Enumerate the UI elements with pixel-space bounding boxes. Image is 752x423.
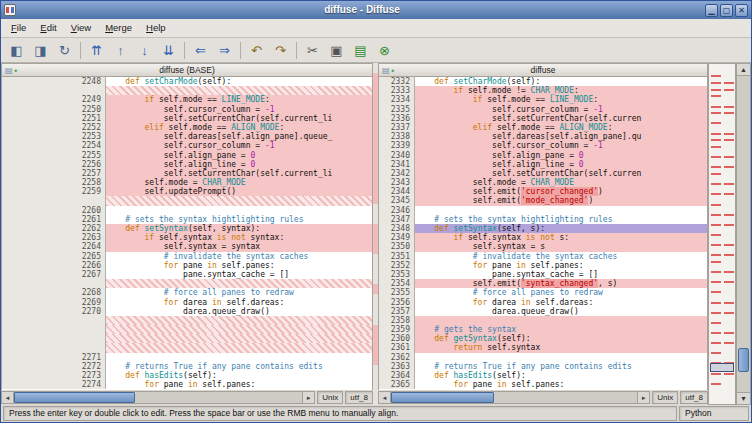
menu-view[interactable]: View [64, 19, 98, 37]
code-line[interactable]: elif self.mode == ALIGN_MODE: [106, 123, 372, 132]
code-line[interactable]: # sets the syntax hightlighting rules [415, 215, 707, 224]
code-line[interactable]: # gets the syntax [415, 325, 707, 334]
minimize-button[interactable]: ▁ [705, 4, 718, 17]
code-line[interactable] [415, 206, 707, 215]
code-line[interactable]: self.cursor_column = -1 [106, 105, 372, 114]
code-line[interactable]: def setSyntax(self, s): [415, 224, 707, 233]
code-line[interactable]: self.align_line = 0 [415, 160, 707, 169]
code-line[interactable]: # returns True if any pane contains edit… [415, 362, 707, 371]
first-difference-button[interactable]: ⇈ [85, 40, 108, 61]
vscroll-thumb[interactable] [738, 348, 749, 372]
close-button[interactable]: ✕ [735, 4, 748, 17]
code-line[interactable]: def setCharMode(self): [106, 77, 372, 86]
code-line[interactable]: self.cursor_column = -1 [415, 105, 707, 114]
pane-base-line-format[interactable]: Unix [317, 391, 343, 404]
copy-selection-left-button[interactable]: ⇐ [189, 40, 212, 61]
pane-base-header[interactable]: ▤ ▪ diffuse (BASE) [1, 63, 373, 77]
code-line[interactable]: elif self.mode == ALIGN_MODE: [415, 123, 707, 132]
code-line[interactable]: self.dareas[self.align_pane].qu [415, 132, 707, 141]
code-line[interactable]: if self.mode == LINE_MODE: [106, 95, 372, 104]
scroll-right-icon[interactable]: ► [302, 392, 314, 403]
code-line[interactable]: def setSyntax(self, syntax): [106, 224, 372, 233]
code-line[interactable]: def hasEdits(self): [415, 371, 707, 380]
scroll-left-icon[interactable]: ◄ [2, 392, 14, 403]
code-line[interactable]: darea.queue_draw() [106, 307, 372, 316]
code-line[interactable]: self.updatePrompt() [106, 187, 372, 196]
last-difference-button[interactable]: ⇊ [157, 40, 180, 61]
code-line[interactable]: self.mode = CHAR_MODE [106, 178, 372, 187]
pane-current-hscrollbar[interactable]: ◄ ► [378, 391, 650, 404]
code-line[interactable]: # invalidate the syntax caches [106, 252, 372, 261]
code-line[interactable] [415, 353, 707, 362]
code-line[interactable]: self.align_pane = 0 [106, 151, 372, 160]
pane-current-line-format[interactable]: Unix [652, 391, 678, 404]
code-line[interactable] [415, 316, 707, 325]
code-line[interactable]: for pane in self.panes: [106, 261, 372, 270]
code-line[interactable]: def getSyntax(self): [415, 334, 707, 343]
menu-merge[interactable]: Merge [98, 19, 139, 37]
cut-button[interactable]: ✂ [301, 40, 324, 61]
vertical-scrollbar[interactable]: ▲ ▼ [736, 63, 751, 405]
pane-current-encoding[interactable]: utf_8 [680, 391, 708, 404]
code-line[interactable]: # sets the syntax hightlighting rules [106, 215, 372, 224]
code-line[interactable]: self.dareas[self.align_pane].queue_ [106, 132, 372, 141]
hscroll-thumb[interactable] [14, 392, 135, 403]
scroll-left-icon[interactable]: ◄ [379, 392, 391, 403]
code-line[interactable]: def hasEdits(self): [106, 371, 372, 380]
code-line[interactable]: pane.syntax_cache = [] [415, 270, 707, 279]
pane-base-hscrollbar[interactable]: ◄ ► [1, 391, 315, 404]
scroll-right-icon[interactable]: ► [637, 392, 649, 403]
titlebar[interactable]: diffuse - Diffuse ▁▢✕ [1, 1, 751, 19]
menu-file[interactable]: File [4, 19, 33, 37]
code-line[interactable]: self.setCurrentChar(self.curren [415, 169, 707, 178]
menu-help[interactable]: Help [139, 19, 173, 37]
redo-button[interactable]: ↷ [269, 40, 292, 61]
realign-all-button[interactable]: ↻ [53, 40, 76, 61]
difference-map[interactable] [708, 63, 736, 405]
code-line[interactable]: self.cursor_column = -1 [415, 141, 707, 150]
code-line[interactable]: if self.syntax is not syntax: [106, 233, 372, 242]
copy-button[interactable]: ▣ [325, 40, 348, 61]
code-line[interactable]: return self.syntax [415, 343, 707, 352]
undo-button[interactable]: ↶ [245, 40, 268, 61]
map-viewport-indicator[interactable] [710, 363, 734, 372]
hscroll-trough[interactable] [391, 392, 637, 403]
pane-current-code[interactable]: 2332 def setCharMode(self):2333 if self.… [378, 77, 708, 390]
code-line[interactable]: darea.queue_draw() [415, 307, 707, 316]
code-line[interactable]: for darea in self.dareas: [415, 298, 707, 307]
pane-base-code[interactable]: 2248 def setCharMode(self):2249 if self.… [1, 77, 373, 390]
maximize-button[interactable]: ▢ [720, 4, 733, 17]
code-line[interactable]: for pane in self.panes: [415, 261, 707, 270]
code-line[interactable]: pane.syntax_cache = [] [106, 270, 372, 279]
code-line[interactable]: # force all panes to redraw [106, 288, 372, 297]
next-difference-button[interactable]: ↓ [133, 40, 156, 61]
paste-button[interactable]: ▤ [349, 40, 372, 61]
code-line[interactable]: self.setCurrentChar(self.curren [415, 114, 707, 123]
hscroll-trough[interactable] [14, 392, 302, 403]
code-line[interactable]: # force all panes to redraw [415, 288, 707, 297]
code-line[interactable]: self.syntax = s [415, 242, 707, 251]
new-3way-file-merge-button[interactable]: ◨ [29, 40, 52, 61]
code-line[interactable]: self.align_line = 0 [106, 160, 372, 169]
hscroll-thumb[interactable] [391, 392, 494, 403]
menu-edit[interactable]: Edit [33, 19, 63, 37]
code-line[interactable]: self.setCurrentChar(self.current_li [106, 169, 372, 178]
scroll-down-icon[interactable]: ▼ [737, 392, 750, 404]
new-2way-file-merge-button[interactable]: ◧ [5, 40, 28, 61]
code-line[interactable]: self.setCurrentChar(self.current_li [106, 114, 372, 123]
code-line[interactable]: for darea in self.dareas: [106, 298, 372, 307]
code-line[interactable]: self.mode = CHAR_MODE [415, 178, 707, 187]
code-line[interactable]: for pane in self.panes: [106, 380, 372, 389]
code-line[interactable]: if self.mode != CHAR_MODE: [415, 86, 707, 95]
code-line[interactable]: if self.mode == LINE_MODE: [415, 95, 707, 104]
code-line[interactable]: self.emit('cursor_changed') [415, 187, 707, 196]
code-line[interactable]: self.align_pane = 0 [415, 151, 707, 160]
clear-edits-button[interactable]: ⊗ [373, 40, 396, 61]
previous-difference-button[interactable]: ↑ [109, 40, 132, 61]
code-line[interactable] [106, 206, 372, 215]
pane-current-header[interactable]: ▤ ▪ diffuse [378, 63, 708, 77]
syntax-mode-indicator[interactable]: Python [679, 406, 749, 421]
code-line[interactable] [106, 353, 372, 362]
code-line[interactable]: # invalidate the syntax caches [415, 252, 707, 261]
vscroll-trough[interactable] [737, 76, 750, 392]
